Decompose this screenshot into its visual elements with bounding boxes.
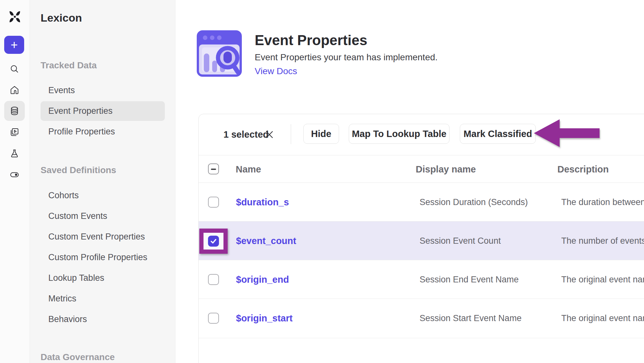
section-header-tracked-data: Tracked Data xyxy=(41,60,97,71)
home-nav-button[interactable] xyxy=(4,80,25,100)
selection-count-label: 1 selected xyxy=(223,124,269,144)
database-icon xyxy=(9,106,20,116)
display-name-cell: Session Duration (Seconds) xyxy=(420,183,528,221)
create-button[interactable]: + xyxy=(4,36,24,54)
boards-play-icon xyxy=(9,127,20,137)
mixpanel-logo-icon xyxy=(7,8,23,25)
table-body: $duration_s Session Duration (Seconds) T… xyxy=(199,183,644,338)
flask-icon xyxy=(9,148,20,159)
experiments-nav-button[interactable] xyxy=(4,143,25,163)
feature-flags-nav-button[interactable] xyxy=(4,165,25,185)
mark-classified-button[interactable]: Mark Classified xyxy=(460,124,536,144)
event-properties-table-card: 1 selected Hide Map To Lookup Table Mark… xyxy=(198,114,644,363)
icon-rail: + xyxy=(0,0,30,363)
sidebar-item-profile-properties[interactable]: Profile Properties xyxy=(41,122,165,142)
sidebar-item-custom-event-properties[interactable]: Custom Event Properties xyxy=(41,227,165,247)
reports-nav-button[interactable] xyxy=(4,122,25,142)
description-cell: The number of events xyxy=(561,221,644,260)
clear-selection-button[interactable] xyxy=(265,130,274,139)
sidebar-item-cohorts[interactable]: Cohorts xyxy=(41,186,165,205)
sidebar-title: Lexicon xyxy=(41,12,82,24)
search-icon xyxy=(9,64,20,74)
display-name-cell: Session Event Count xyxy=(420,221,501,260)
property-name-link[interactable]: $event_count xyxy=(236,221,296,260)
property-name-link[interactable]: $origin_end xyxy=(236,260,289,299)
table-row-duration-s[interactable]: $duration_s Session Duration (Seconds) T… xyxy=(199,183,644,221)
map-to-lookup-table-button[interactable]: Map To Lookup Table xyxy=(349,124,450,144)
section-header-saved-definitions: Saved Definitions xyxy=(41,165,116,176)
property-name-link[interactable]: $origin_start xyxy=(236,299,293,338)
hide-button[interactable]: Hide xyxy=(303,124,339,144)
table-row-origin-start[interactable]: $origin_start Session Start Event Name T… xyxy=(199,299,644,338)
event-properties-illustration-icon xyxy=(197,30,242,78)
row-checkbox[interactable] xyxy=(208,197,219,208)
description-cell: The duration between xyxy=(561,183,644,221)
indeterminate-dash-icon xyxy=(211,169,216,170)
row-checkbox[interactable] xyxy=(208,274,219,285)
sidebar-item-events[interactable]: Events xyxy=(41,81,165,100)
column-header-description[interactable]: Description xyxy=(557,155,609,183)
section-header-data-governance: Data Governance xyxy=(41,352,115,363)
annotation-highlight-inner xyxy=(204,233,223,250)
table-header-row: Name Display name Description xyxy=(199,155,644,183)
sidebar-item-custom-profile-properties[interactable]: Custom Profile Properties xyxy=(41,248,165,267)
search-nav-button[interactable] xyxy=(4,59,25,79)
page-subtitle: Event Properties your team has implement… xyxy=(255,52,438,63)
column-header-display-name[interactable]: Display name xyxy=(416,155,476,183)
sidebar-item-lookup-tables[interactable]: Lookup Tables xyxy=(41,268,165,288)
display-name-cell: Session End Event Name xyxy=(420,260,519,299)
column-header-name[interactable]: Name xyxy=(236,155,261,183)
table-row-origin-end[interactable]: $origin_end Session End Event Name The o… xyxy=(199,260,644,299)
row-checkbox-checked[interactable] xyxy=(208,236,219,247)
sidebar-item-event-properties[interactable]: Event Properties xyxy=(41,101,165,121)
select-all-checkbox[interactable] xyxy=(208,163,219,174)
lexicon-sidebar: Lexicon Tracked Data Events Event Proper… xyxy=(30,0,175,363)
property-name-link[interactable]: $duration_s xyxy=(236,183,289,221)
toolbar-divider xyxy=(291,124,291,144)
row-checkbox[interactable] xyxy=(208,313,219,324)
toggle-icon xyxy=(9,170,20,180)
selection-toolbar: 1 selected Hide Map To Lookup Table Mark… xyxy=(199,114,644,155)
sidebar-item-behaviors[interactable]: Behaviors xyxy=(41,309,165,329)
checkmark-icon xyxy=(210,238,217,245)
description-cell: The original event name xyxy=(561,260,644,299)
table-row-event-count[interactable]: $event_count Session Event Count The num… xyxy=(199,221,644,260)
sidebar-item-custom-events[interactable]: Custom Events xyxy=(41,206,165,226)
description-cell: The original event name xyxy=(561,299,644,338)
home-icon xyxy=(9,85,20,95)
data-management-nav-button[interactable] xyxy=(4,101,25,121)
plus-icon: + xyxy=(11,39,18,51)
annotation-highlight-box xyxy=(199,229,228,254)
sidebar-item-metrics[interactable]: Metrics xyxy=(41,289,165,309)
close-icon xyxy=(265,130,274,139)
page-title: Event Properties xyxy=(255,32,367,48)
view-docs-link[interactable]: View Docs xyxy=(255,66,297,76)
display-name-cell: Session Start Event Name xyxy=(420,299,522,338)
